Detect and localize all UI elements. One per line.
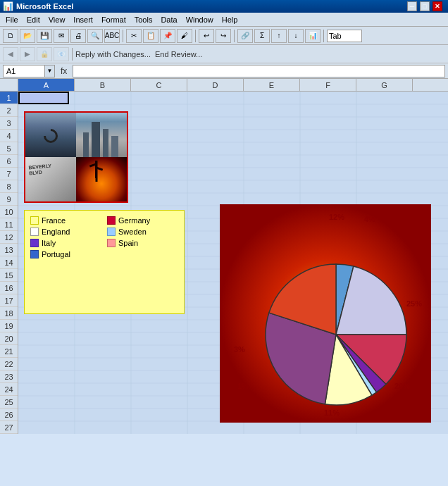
col-header-b[interactable]: B bbox=[75, 79, 131, 91]
col-header-g[interactable]: G bbox=[356, 79, 413, 91]
row-num-5[interactable]: 5 bbox=[0, 142, 18, 155]
redo-button[interactable]: ↪ bbox=[216, 29, 231, 43]
legend-sweden: Sweden bbox=[107, 228, 178, 236]
row-num-18[interactable]: 18 bbox=[0, 307, 18, 320]
menu-file[interactable]: File bbox=[1, 14, 23, 25]
end-review[interactable]: End Review... bbox=[155, 50, 202, 58]
row-num-16[interactable]: 16 bbox=[0, 282, 18, 294]
tb2-btn1[interactable]: ◀ bbox=[3, 47, 18, 61]
spreadsheet: A B C D E F G 1 2 3 4 5 6 7 8 9 10 11 12… bbox=[0, 79, 448, 434]
legend-grid: France Germany England Sweden bbox=[30, 216, 178, 258]
pct-1: 1% bbox=[237, 382, 249, 390]
menu-bar: File Edit View Insert Format Tools Data … bbox=[0, 13, 448, 27]
row-num-8[interactable]: 8 bbox=[0, 180, 18, 193]
fx-label: fx bbox=[55, 66, 73, 76]
autosum-button[interactable]: Σ bbox=[254, 29, 270, 43]
zoom-dropdown[interactable]: Tab bbox=[327, 30, 362, 42]
row-num-22[interactable]: 22 bbox=[0, 358, 18, 370]
row-num-7[interactable]: 7 bbox=[0, 168, 18, 180]
chart-button[interactable]: 📊 bbox=[305, 29, 321, 43]
sep4 bbox=[323, 30, 324, 42]
sweden-swatch bbox=[107, 228, 116, 236]
col-header-e[interactable]: E bbox=[244, 79, 300, 91]
cells-area[interactable]: BEVERLYBLVD bbox=[18, 92, 448, 434]
menu-window[interactable]: Window bbox=[182, 14, 218, 25]
row-num-23[interactable]: 23 bbox=[0, 370, 18, 383]
spain-label: Spain bbox=[118, 239, 138, 247]
selected-cell-indicator bbox=[18, 92, 69, 104]
col-headers: A B C D E F G bbox=[0, 79, 448, 92]
row-num-4[interactable]: 4 bbox=[0, 130, 18, 142]
toolbar-1: 🗋 📂 💾 ✉ 🖨 🔍 ABC ✂ 📋 📌 🖌 ↩ ↪ 🔗 Σ ↑ ↓ 📊 Ta… bbox=[0, 27, 448, 45]
col-header-a[interactable]: A bbox=[18, 79, 75, 91]
picture-1[interactable]: BEVERLYBLVD bbox=[24, 111, 128, 203]
menu-edit[interactable]: Edit bbox=[23, 14, 44, 25]
row-num-11[interactable]: 11 bbox=[0, 218, 18, 231]
row-num-27[interactable]: 27 bbox=[0, 421, 18, 434]
col-header-f[interactable]: F bbox=[300, 79, 356, 91]
menu-insert[interactable]: Insert bbox=[69, 14, 97, 25]
print-button[interactable]: 🖨 bbox=[70, 29, 86, 43]
col-header-c[interactable]: C bbox=[131, 79, 187, 91]
copy-button[interactable]: 📋 bbox=[143, 29, 158, 43]
row-num-13[interactable]: 13 bbox=[0, 244, 18, 256]
row-num-1[interactable]: 1 bbox=[0, 92, 18, 104]
row-num-24[interactable]: 24 bbox=[0, 383, 18, 396]
pie-chart[interactable]: 4% 25% 12% 3% 1% 11% 20% bbox=[220, 204, 431, 423]
tb2-btn4[interactable]: 📧 bbox=[54, 47, 69, 61]
legend-france: France bbox=[30, 216, 101, 225]
france-label: France bbox=[42, 216, 66, 225]
email-button[interactable]: ✉ bbox=[54, 29, 69, 43]
close-button[interactable]: ✕ bbox=[433, 1, 442, 11]
row-num-26[interactable]: 26 bbox=[0, 409, 18, 421]
open-button[interactable]: 📂 bbox=[20, 29, 35, 43]
row-num-3[interactable]: 3 bbox=[0, 117, 18, 130]
pic-bottom-left: BEVERLYBLVD bbox=[25, 157, 76, 201]
row-num-12[interactable]: 12 bbox=[0, 231, 18, 244]
reply-with-changes[interactable]: Reply with Changes... bbox=[75, 50, 151, 58]
row-num-17[interactable]: 17 bbox=[0, 294, 18, 307]
pct-3: 3% bbox=[234, 345, 245, 354]
title-text: Microsoft Excel bbox=[16, 2, 73, 11]
undo-button[interactable]: ↩ bbox=[199, 29, 214, 43]
pic-top-left bbox=[25, 113, 76, 157]
row-num-21[interactable]: 21 bbox=[0, 345, 18, 358]
formula-bar: A1 ▼ fx bbox=[0, 63, 448, 79]
menu-data[interactable]: Data bbox=[156, 14, 181, 25]
row-num-9[interactable]: 9 bbox=[0, 193, 18, 206]
tb2-btn3[interactable]: 🔒 bbox=[37, 47, 52, 61]
print-preview-button[interactable]: 🔍 bbox=[87, 29, 103, 43]
spell-check-button[interactable]: ABC bbox=[104, 29, 120, 43]
cell-reference[interactable]: A1 bbox=[3, 65, 45, 77]
row-num-6[interactable]: 6 bbox=[0, 155, 18, 168]
tb2-btn2[interactable]: ▶ bbox=[20, 47, 35, 61]
menu-tools[interactable]: Tools bbox=[130, 14, 157, 25]
row-num-2[interactable]: 2 bbox=[0, 104, 18, 117]
pic-top-right bbox=[76, 113, 127, 157]
row-num-10[interactable]: 10 bbox=[0, 206, 18, 218]
cell-ref-dropdown[interactable]: ▼ bbox=[45, 65, 55, 77]
row-num-20[interactable]: 20 bbox=[0, 332, 18, 345]
formula-input[interactable] bbox=[73, 65, 445, 77]
minimize-button[interactable]: ─ bbox=[407, 1, 417, 11]
sep2 bbox=[195, 30, 196, 42]
new-button[interactable]: 🗋 bbox=[3, 29, 18, 43]
pct-12: 12% bbox=[329, 213, 344, 221]
menu-view[interactable]: View bbox=[44, 14, 70, 25]
row-num-19[interactable]: 19 bbox=[0, 320, 18, 332]
menu-format[interactable]: Format bbox=[97, 14, 130, 25]
cut-button[interactable]: ✂ bbox=[126, 29, 142, 43]
col-header-d[interactable]: D bbox=[187, 79, 244, 91]
menu-help[interactable]: Help bbox=[218, 14, 242, 25]
format-painter-button[interactable]: 🖌 bbox=[177, 29, 192, 43]
row-num-14[interactable]: 14 bbox=[0, 256, 18, 269]
row-num-15[interactable]: 15 bbox=[0, 269, 18, 282]
sort-desc-button[interactable]: ↓ bbox=[288, 29, 304, 43]
save-button[interactable]: 💾 bbox=[37, 29, 52, 43]
insert-link-button[interactable]: 🔗 bbox=[237, 29, 253, 43]
paste-button[interactable]: 📌 bbox=[160, 29, 175, 43]
maximize-button[interactable]: □ bbox=[420, 1, 430, 11]
sep3 bbox=[234, 30, 235, 42]
sort-asc-button[interactable]: ↑ bbox=[271, 29, 287, 43]
row-num-25[interactable]: 25 bbox=[0, 396, 18, 409]
